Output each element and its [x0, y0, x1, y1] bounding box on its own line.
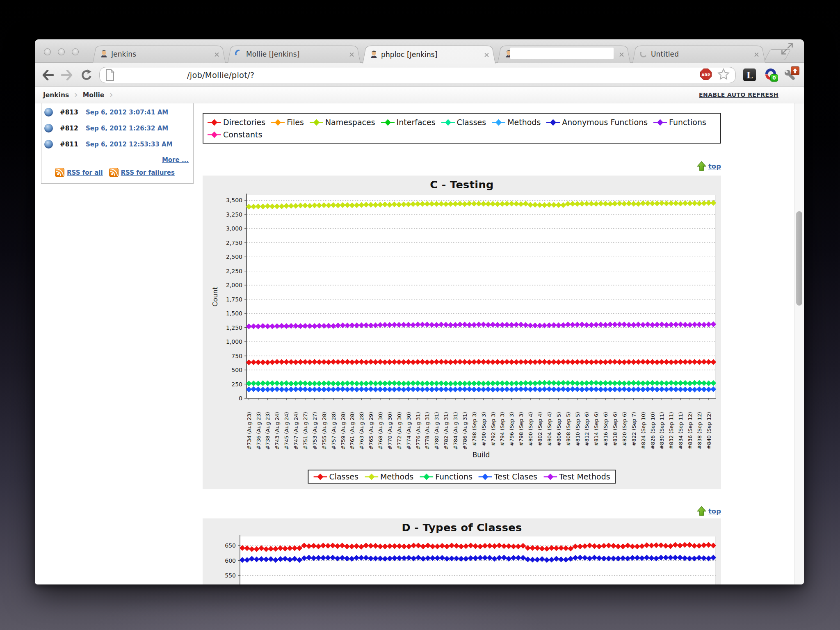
- legend-item: Constants: [208, 130, 262, 139]
- svg-text:#820 (Sep 6): #820 (Sep 6): [621, 412, 628, 446]
- browser-tab-mollie-jenkins[interactable]: Mollie [Jenkins]: [228, 46, 361, 63]
- legend-label: Methods: [380, 472, 413, 481]
- legend-item: Anonymous Functions: [546, 118, 648, 127]
- url-text[interactable]: /job/Mollie/plot/?: [187, 71, 700, 80]
- svg-text:3,250: 3,250: [226, 211, 242, 218]
- scrollbar-track[interactable]: [794, 103, 804, 584]
- browser-tab-redacted[interactable]: [498, 46, 630, 63]
- more-builds-link[interactable]: More ...: [162, 156, 189, 164]
- build-history-row: #811Sep 6, 2012 12:53:33 AM: [41, 136, 193, 152]
- build-number[interactable]: #812: [60, 125, 81, 132]
- legend-item: Test Clases: [479, 472, 537, 481]
- svg-text:#838 (Sep 12): #838 (Sep 12): [696, 412, 703, 450]
- scrollbar-thumb[interactable]: [796, 211, 802, 306]
- fullscreen-expand-icon[interactable]: [780, 42, 794, 56]
- legend-label: Files: [287, 118, 304, 127]
- svg-text:#810 (Sep 5): #810 (Sep 5): [575, 412, 581, 446]
- svg-text:2,500: 2,500: [226, 253, 242, 260]
- svg-text:Count: Count: [211, 287, 219, 307]
- svg-text:#768 (Aug 30): #768 (Aug 30): [377, 412, 383, 450]
- svg-text:1,500: 1,500: [226, 310, 242, 317]
- svg-text:650: 650: [225, 542, 236, 549]
- svg-text:#765 (Aug 29): #765 (Aug 29): [368, 412, 374, 450]
- legend-item: Classes: [313, 472, 358, 481]
- build-history-box: #813Sep 6, 2012 3:07:41 AM#812Sep 6, 201…: [41, 103, 194, 184]
- tab-close-icon[interactable]: [214, 51, 220, 57]
- svg-text:1,750: 1,750: [226, 296, 242, 303]
- legend-label: Functions: [435, 472, 472, 481]
- up-arrow-icon: [697, 161, 706, 171]
- svg-text:250: 250: [231, 381, 242, 388]
- breadcrumb-chevron-icon: ›: [71, 90, 80, 101]
- svg-text:#743 (Aug 24): #743 (Aug 24): [274, 412, 280, 450]
- legend-label: Test Clases: [494, 472, 537, 481]
- tab-close-icon[interactable]: [349, 51, 355, 57]
- svg-text:#738 (Aug 23): #738 (Aug 23): [265, 412, 271, 450]
- svg-text:#753 (Aug 27): #753 (Aug 27): [312, 412, 318, 450]
- top-link[interactable]: top: [697, 506, 721, 516]
- tab-close-icon[interactable]: [753, 51, 760, 57]
- tab-title-redaction-overlay: [510, 48, 614, 59]
- legend-label: Anonymous Functions: [562, 118, 648, 127]
- series-marker-icon: [492, 119, 505, 126]
- legend-label: Directories: [223, 118, 265, 127]
- browser-tab-untitled[interactable]: Untitled: [632, 46, 765, 63]
- sync-extension-icon[interactable]: 0: [765, 68, 777, 80]
- adblock-icon[interactable]: ABP: [700, 68, 712, 82]
- rss-for-failures-link[interactable]: RSS for failures: [121, 169, 175, 176]
- back-button[interactable]: [41, 68, 55, 82]
- enable-auto-refresh-link[interactable]: ENABLE AUTO REFRESH: [699, 91, 778, 98]
- svg-text:#834 (Sep 11): #834 (Sep 11): [678, 412, 684, 450]
- build-number[interactable]: #811: [60, 141, 81, 148]
- rss-for-all-link[interactable]: RSS for all: [67, 169, 103, 176]
- desktop-background: JenkinsMollie [Jenkins]phploc [Jenkins]U…: [0, 0, 840, 630]
- lastpass-extension-icon[interactable]: L: [743, 68, 756, 81]
- bookmark-star-icon[interactable]: [717, 68, 730, 82]
- svg-text:600: 600: [225, 557, 236, 564]
- chart-c-legend: ClassesMethodsFunctionsTest ClasesTest M…: [308, 470, 616, 484]
- svg-text:750: 750: [231, 353, 242, 359]
- svg-text:#759 (Aug 28): #759 (Aug 28): [340, 412, 346, 450]
- legend-item: Functions: [653, 118, 706, 127]
- browser-toolbar: /job/Mollie/plot/? ABP: [35, 63, 804, 87]
- tab-strip: JenkinsMollie [Jenkins]phploc [Jenkins]U…: [35, 39, 804, 63]
- svg-text:#798 (Sep 3): #798 (Sep 3): [518, 412, 524, 446]
- svg-text:#784 (Aug 31): #784 (Aug 31): [452, 412, 459, 450]
- svg-text:#794 (Sep 3): #794 (Sep 3): [499, 412, 505, 446]
- build-date-link[interactable]: Sep 6, 2012 12:53:33 AM: [86, 141, 173, 148]
- top-link[interactable]: top: [697, 161, 721, 171]
- browser-tab-phploc-jenkins[interactable]: phploc [Jenkins]: [363, 46, 495, 64]
- svg-text:#840 (Sep 12): #840 (Sep 12): [706, 412, 712, 450]
- browser-tab-jenkins[interactable]: Jenkins: [93, 46, 226, 63]
- tab-loading-spinner-icon: [235, 50, 243, 59]
- breadcrumb-mollie[interactable]: Mollie: [80, 91, 107, 99]
- settings-wrench-icon[interactable]: [783, 68, 799, 83]
- svg-text:3,500: 3,500: [226, 197, 242, 203]
- address-bar[interactable]: /job/Mollie/plot/? ABP: [99, 67, 736, 83]
- reload-button[interactable]: [79, 68, 94, 82]
- series-marker-icon: [365, 473, 378, 481]
- build-date-link[interactable]: Sep 6, 2012 3:07:41 AM: [86, 109, 168, 116]
- tab-close-icon[interactable]: [619, 51, 625, 57]
- window-minimize-button[interactable]: [58, 48, 65, 55]
- legend-label: Test Methods: [559, 472, 610, 481]
- window-zoom-button[interactable]: [72, 48, 79, 55]
- svg-text:#832 (Sep 11): #832 (Sep 11): [668, 412, 674, 450]
- svg-text:#792 (Sep 3): #792 (Sep 3): [490, 412, 496, 446]
- series-marker-icon: [381, 119, 395, 126]
- page-icon[interactable]: [105, 69, 115, 81]
- window-close-button[interactable]: [44, 48, 51, 55]
- tab-close-icon[interactable]: [484, 52, 490, 58]
- svg-text:#806 (Sep 5): #806 (Sep 5): [556, 412, 562, 446]
- forward-button[interactable]: [59, 68, 74, 82]
- svg-text:#770 (Aug 30): #770 (Aug 30): [387, 412, 393, 450]
- breadcrumb-jenkins[interactable]: Jenkins: [35, 91, 71, 99]
- svg-text:#816 (Sep 6): #816 (Sep 6): [603, 412, 609, 446]
- svg-text:#826 (Sep 10): #826 (Sep 10): [650, 412, 656, 450]
- build-date-link[interactable]: Sep 6, 2012 1:26:32 AM: [86, 125, 168, 132]
- legend-label: Constants: [223, 130, 262, 139]
- svg-text:1,250: 1,250: [226, 324, 242, 331]
- jenkins-favicon-icon: [100, 50, 108, 59]
- chart-panel-testing: C - Testing 02505007501,0001,2501,5001,7…: [203, 176, 721, 489]
- build-number[interactable]: #813: [60, 109, 81, 116]
